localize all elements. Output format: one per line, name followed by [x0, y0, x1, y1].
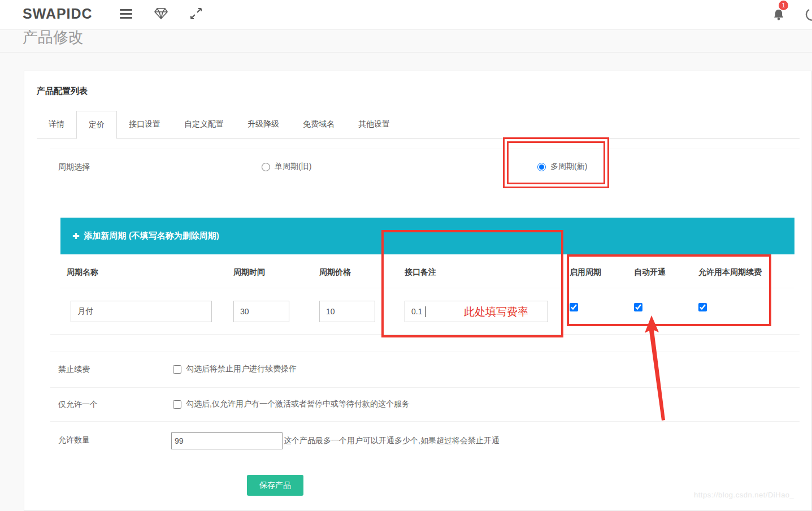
watermark-text: https://blog.csdn.net/DiHao_	[694, 491, 794, 499]
tab-custom-config[interactable]: 自定义配置	[172, 111, 236, 138]
fullscreen-icon[interactable]	[190, 7, 202, 22]
hamburger-icon[interactable]	[120, 9, 132, 21]
auto-open-checkbox[interactable]	[634, 303, 642, 311]
col-period-name: 周期名称	[67, 267, 98, 278]
col-enable: 启用周期	[570, 267, 601, 278]
tab-free-domain[interactable]: 免费域名	[291, 111, 346, 138]
page-title: 产品修改	[23, 27, 84, 47]
card-title: 产品配置列表	[37, 86, 88, 97]
tab-interface-settings[interactable]: 接口设置	[117, 111, 172, 138]
period-time-input[interactable]	[233, 301, 289, 322]
table-header-divider	[60, 288, 794, 288]
forbid-renew-label: 禁止续费	[58, 365, 90, 375]
enable-period-checkbox[interactable]	[570, 303, 578, 311]
col-period-time: 周期时间	[233, 267, 265, 278]
text-cursor	[425, 306, 425, 317]
quantity-desc: 这个产品最多一个用户可以开通多少个,如果超过将会禁止开通	[284, 436, 500, 446]
row-divider	[50, 149, 800, 149]
diamond-icon[interactable]	[154, 7, 168, 22]
tab-pricing[interactable]: 定价	[76, 111, 117, 139]
radio-single-period-input[interactable]	[262, 163, 270, 171]
row-divider	[50, 352, 800, 352]
top-navbar: SWAPIDC 1	[0, 0, 812, 30]
forbid-renew-desc: 勾选后将禁止用户进行续费操作	[186, 364, 297, 374]
tab-details[interactable]: 详情	[37, 111, 76, 138]
row-divider	[50, 387, 800, 388]
forbid-renew-option[interactable]: 勾选后将禁止用户进行续费操作	[173, 364, 297, 374]
radio-multi-period-input[interactable]	[537, 163, 546, 171]
radio-single-period[interactable]: 单周期(旧)	[262, 162, 311, 172]
radio-single-period-text: 单周期(旧)	[275, 162, 311, 172]
tab-upgrade-downgrade[interactable]: 升级降级	[236, 111, 291, 138]
save-product-button[interactable]: 保存产品	[247, 475, 303, 496]
power-icon[interactable]	[805, 7, 812, 24]
radio-multi-period[interactable]: 多周期(新)	[537, 162, 587, 172]
table-bottom-divider	[50, 334, 800, 335]
radio-multi-period-text: 多周期(新)	[550, 162, 587, 172]
col-auto-open: 自动开通	[634, 267, 666, 278]
period-select-label: 周期选择	[58, 162, 90, 172]
rate-hint-annotation: 此处填写费率	[464, 305, 528, 319]
tab-other-settings[interactable]: 其他设置	[346, 111, 402, 138]
notification-badge: 1	[779, 1, 788, 10]
only-one-checkbox[interactable]	[173, 400, 181, 409]
add-period-label: 添加新周期 (不填写名称为删除周期)	[84, 231, 219, 241]
period-price-input[interactable]	[319, 301, 375, 322]
config-tabs: 详情 定价 接口设置 自定义配置 升级降级 免费域名 其他设置	[37, 111, 800, 139]
row-divider	[50, 421, 800, 422]
only-one-option[interactable]: 勾选后,仅允许用户有一个激活或者暂停中或等待付款的这个服务	[173, 399, 410, 409]
quantity-input[interactable]	[171, 432, 283, 449]
quantity-label: 允许数量	[58, 435, 90, 445]
heading-divider	[0, 52, 812, 53]
plus-icon: ✚	[72, 231, 80, 241]
only-one-desc: 勾选后,仅允许用户有一个激活或者暂停中或等待付款的这个服务	[186, 399, 410, 409]
period-name-input[interactable]	[71, 301, 212, 322]
col-api-note: 接口备注	[405, 267, 436, 278]
add-period-bar[interactable]: ✚ 添加新周期 (不填写名称为删除周期)	[60, 218, 794, 254]
forbid-renew-checkbox[interactable]	[173, 365, 181, 374]
col-allow-renew: 允许用本周期续费	[698, 267, 762, 278]
brand-logo[interactable]: SWAPIDC	[23, 6, 93, 22]
allow-renew-checkbox[interactable]	[698, 303, 707, 311]
bell-icon[interactable]	[772, 8, 785, 24]
only-one-label: 仅允许一个	[58, 400, 98, 410]
col-period-price: 周期价格	[319, 267, 351, 278]
